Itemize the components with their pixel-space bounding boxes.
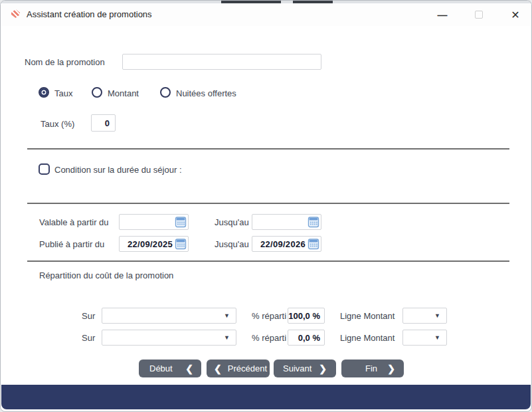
chevron-down-icon: ▼ [224,312,230,319]
ligne-montant-combobox-row1[interactable]: ▼ [402,308,447,324]
chevron-right-icon: ❯ [387,363,395,374]
stay-duration-condition-checkbox[interactable] [39,163,50,175]
publish-from-value: 22/09/2025 [128,239,173,249]
maximize-button[interactable] [464,3,494,26]
title-bar: Assistant création de promotions — ✕ [1,3,531,26]
previous-button-label: Précédent [228,363,267,373]
sur-label-row1: Sur [82,311,95,321]
sur-combobox-row1[interactable]: ▼ [102,308,236,324]
promotion-name-label: Nom de la promotion [25,57,105,67]
valid-until-input[interactable] [252,214,321,230]
percent-label-row2: % réparti [252,333,286,343]
repartition-title: Répartition du coût de la promotion [39,270,173,280]
close-button[interactable]: ✕ [500,3,531,26]
app-logo-icon [10,8,21,19]
radio-montant-label: Montant [108,88,139,98]
start-button-label: Début [149,363,173,373]
rate-input[interactable]: 0 [91,114,116,132]
percent-label-row1: % réparti [252,311,286,321]
footer-bar [1,385,531,409]
radio-montant[interactable] [92,87,102,98]
minimize-button[interactable]: — [427,3,458,26]
finish-button[interactable]: Fin ❯ [341,360,404,377]
divider-3 [27,260,509,262]
chevron-down-icon: ▼ [434,334,440,341]
valid-from-label: Valable à partir du [39,217,109,227]
calendar-icon[interactable] [308,216,319,228]
calendar-icon[interactable] [308,238,319,250]
previous-button[interactable]: ❮ Précédent [207,360,270,377]
start-button[interactable]: Début ❮ [139,360,201,377]
publish-until-value: 22/09/2026 [260,239,306,249]
rate-label: Taux (%) [41,119,74,129]
chevron-left-icon: ❮ [185,363,193,374]
chevron-left-icon: ❮ [214,363,222,374]
chevron-down-icon: ▼ [224,334,230,341]
radio-taux[interactable] [39,87,49,98]
publish-until-input[interactable]: 22/09/2026 [252,236,321,252]
publish-from-input[interactable]: 22/09/2025 [119,236,189,252]
ligne-montant-label-row2: Ligne Montant [340,333,395,343]
rate-value: 0 [105,118,110,128]
finish-button-label: Fin [365,363,377,373]
sur-combobox-row2[interactable]: ▼ [102,330,236,346]
divider-2 [27,203,509,204]
publish-until-label: Jusqu'au [215,239,249,249]
publish-from-label: Publié à partir du [39,239,104,249]
window-title: Assistant création de promotions [27,9,152,19]
valid-until-label: Jusqu'au [215,217,249,227]
radio-nuitees-offertes[interactable] [160,87,171,98]
percent-value-row1: 100,0 % [288,311,320,321]
divider-1 [27,148,509,150]
percent-input-row2[interactable]: 0,0 % [288,330,325,346]
percent-input-row1[interactable]: 100,0 % [288,308,325,324]
valid-from-input[interactable] [119,214,189,230]
next-button-label: Suivant [283,363,311,373]
radio-nuitees-offertes-label: Nuitées offertes [176,88,236,98]
promotion-wizard-dialog: Assistant création de promotions — ✕ Nom… [0,0,532,412]
ligne-montant-combobox-row2[interactable]: ▼ [402,330,447,346]
percent-value-row2: 0,0 % [298,333,320,343]
next-button[interactable]: Suivant ❯ [274,360,336,377]
stay-duration-condition-label: Condition sur la durée du séjour : [54,165,182,175]
ligne-montant-label-row1: Ligne Montant [340,311,395,321]
radio-taux-label: Taux [54,88,72,98]
promotion-name-input[interactable] [122,54,321,70]
sur-label-row2: Sur [82,333,95,343]
calendar-icon[interactable] [175,238,187,250]
calendar-icon[interactable] [175,216,187,228]
chevron-down-icon: ▼ [434,312,440,319]
maximize-icon [475,11,483,19]
chevron-right-icon: ❯ [319,363,327,374]
